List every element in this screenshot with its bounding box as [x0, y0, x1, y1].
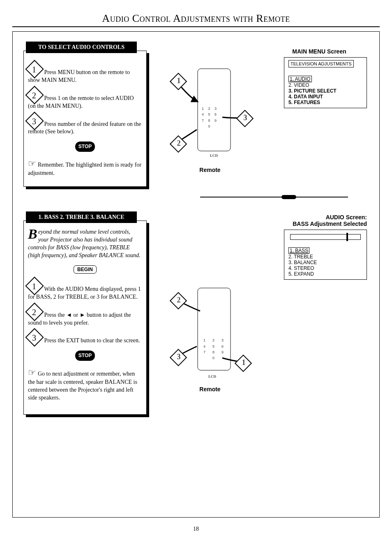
remote-brand-2: LCD — [208, 374, 216, 378]
menu-item-features: 5. FEATURES — [288, 100, 362, 105]
step3-text: Press number of the desired feature on t… — [28, 121, 141, 135]
s2-note: Go to next adjustment or remember, when … — [28, 371, 137, 401]
section1-body: 1 Press MENU button on the remote to sho… — [23, 51, 147, 187]
section2-heading: 1. BASS 2. TREBLE 3. BALANCE — [26, 211, 137, 223]
page-title: Audio Control Adjustments with Remote — [12, 12, 380, 27]
stop-badge-2: STOP — [75, 351, 95, 360]
bar-scale — [290, 234, 361, 240]
section1-note: Remember. The highlighted item is ready … — [28, 162, 141, 176]
audio-item-expand: 5. EXPAND — [288, 271, 362, 277]
remote-illustration-1: 1 2 3 1 2 34 5 67 8 9 0 LCD — [173, 56, 247, 163]
dropcap: B — [28, 228, 38, 240]
audio-screen-label1: AUDIO Screen: — [272, 214, 367, 221]
remote-illustration-2: 2 3 1 1 2 34 5 67 8 9 0 LCD — [173, 276, 247, 383]
section1-heading: TO SELECT AUDIO CONTROLS — [26, 42, 137, 53]
remote-brand: LCD — [210, 153, 218, 158]
audio-item-bass: 1. BASS — [288, 247, 309, 254]
audio-item-stereo: 4. STEREO — [288, 265, 362, 271]
step1-text: Press MENU button on the remote to show … — [28, 69, 130, 83]
page-number: 18 — [12, 526, 380, 532]
begin-badge: BEGIN — [74, 265, 97, 274]
audio-item-balance: 3. BALANCE — [288, 260, 362, 265]
audio-screen-label2: BASS Adjustment Selected — [272, 221, 367, 227]
remote-label-1: Remote — [152, 167, 267, 173]
s2-step3: Press the EXIT button to clear the scree… — [44, 337, 140, 344]
section2-body: Beyond the normal volume level controls,… — [23, 221, 147, 415]
main-menu-header: TELEVISION ADJUSTMENTS — [288, 60, 354, 67]
menu-item-video: 2. VIDEO — [288, 82, 362, 88]
s2-step2: Press the ◄ or ► button to adjust the so… — [28, 312, 131, 326]
pointing-hand-icon: ☞ — [28, 367, 36, 378]
audio-screen-box: 1. BASS 2. TREBLE 3. BALANCE 4. STEREO 5… — [284, 230, 367, 280]
main-menu-label: MAIN MENU Screen — [272, 48, 367, 55]
stop-badge: STOP — [75, 142, 95, 151]
pointing-hand-icon: ☞ — [28, 158, 36, 169]
menu-item-picture: 3. PICTURE SELECT — [288, 88, 362, 94]
remote-label-2: Remote — [152, 386, 267, 392]
audio-item-treble: 2. TREBLE — [288, 254, 362, 260]
page-frame: TO SELECT AUDIO CONTROLS 1 Press MENU bu… — [12, 31, 380, 518]
section2-intro: eyond the normal volume level controls, … — [28, 229, 141, 258]
s2-step1: With the AUDIO Menu displayed, press 1 f… — [28, 286, 141, 300]
step2-text: Press 1 on the remote to select AUDIO (o… — [28, 95, 134, 109]
section-divider — [200, 197, 348, 197]
menu-item-audio: 1. AUDIO — [288, 76, 312, 82]
menu-item-data: 4. DATA INPUT — [288, 94, 362, 100]
main-menu-box: TELEVISION ADJUSTMENTS 1. AUDIO 2. VIDEO… — [284, 57, 367, 108]
